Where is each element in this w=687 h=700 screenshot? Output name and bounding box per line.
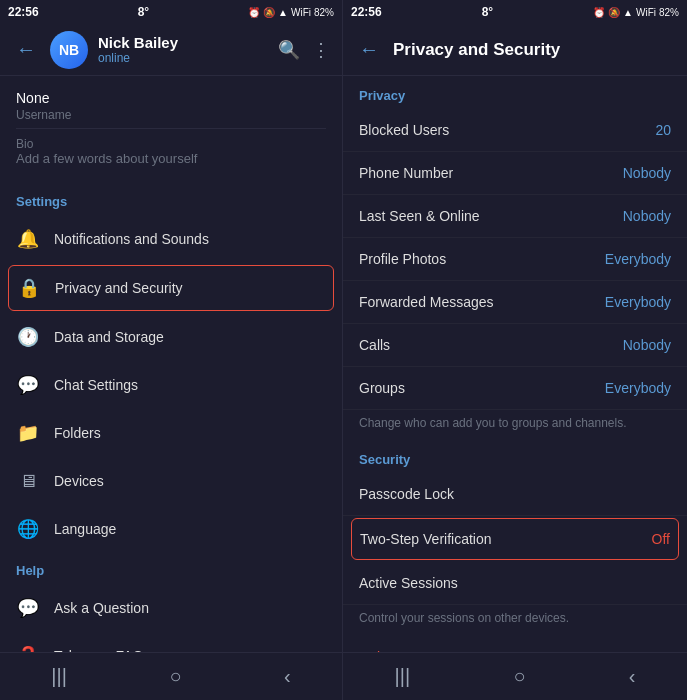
two-step-row[interactable]: Two-Step Verification Off bbox=[351, 518, 679, 560]
two-step-label: Two-Step Verification bbox=[360, 531, 492, 547]
calls-row[interactable]: Calls Nobody bbox=[343, 324, 687, 367]
left-panel: 22:56 8° ⏰ 🔕 ▲ WiFi 82% ← NB Nick Bailey… bbox=[0, 0, 343, 700]
chat-icon: 💬 bbox=[16, 373, 40, 397]
time-right: 22:56 bbox=[351, 5, 382, 19]
bio-field: Bio Add a few words about yourself bbox=[16, 129, 326, 172]
phone-number-label: Phone Number bbox=[359, 165, 453, 181]
phone-number-value: Nobody bbox=[623, 165, 671, 181]
blocked-users-value: 20 bbox=[655, 122, 671, 138]
header-info: Nick Bailey online bbox=[98, 34, 268, 65]
privacy-title: Privacy and Security bbox=[393, 40, 560, 60]
folders-label: Folders bbox=[54, 425, 326, 441]
privacy-section-label: Privacy bbox=[343, 76, 687, 109]
nav-menu-right[interactable]: ||| bbox=[387, 657, 419, 696]
phone-number-row[interactable]: Phone Number Nobody bbox=[343, 152, 687, 195]
status-icons-left: ⏰ 🔕 ▲ WiFi 82% bbox=[248, 7, 334, 18]
nav-home-right[interactable]: ○ bbox=[505, 657, 533, 696]
privacy-content: Privacy Blocked Users 20 Phone Number No… bbox=[343, 76, 687, 652]
menu-item-folders[interactable]: 📁 Folders bbox=[0, 409, 342, 457]
menu-item-chat[interactable]: 💬 Chat Settings bbox=[0, 361, 342, 409]
data-icon: 🕐 bbox=[16, 325, 40, 349]
header-right: ← Privacy and Security bbox=[343, 24, 687, 76]
chat-label: Chat Settings bbox=[54, 377, 326, 393]
temp-right: 8° bbox=[482, 5, 493, 19]
wifi-icon: WiFi bbox=[291, 7, 311, 18]
forwarded-messages-label: Forwarded Messages bbox=[359, 294, 494, 310]
username-value: None bbox=[16, 90, 326, 106]
bio-label: Bio bbox=[16, 137, 326, 151]
blocked-users-label: Blocked Users bbox=[359, 122, 449, 138]
username-label: Username bbox=[16, 108, 326, 122]
wifi-icon-right: WiFi bbox=[636, 7, 656, 18]
username-field: None Username bbox=[16, 84, 326, 129]
privacy-label: Privacy and Security bbox=[55, 280, 325, 296]
last-seen-label: Last Seen & Online bbox=[359, 208, 480, 224]
active-sessions-label: Active Sessions bbox=[359, 575, 458, 591]
profile-photos-label: Profile Photos bbox=[359, 251, 446, 267]
nav-home-left[interactable]: ○ bbox=[161, 657, 189, 696]
calls-label: Calls bbox=[359, 337, 390, 353]
header-actions: 🔍 ⋮ bbox=[278, 39, 330, 61]
menu-item-data[interactable]: 🕐 Data and Storage bbox=[0, 313, 342, 361]
nav-back-left[interactable]: ‹ bbox=[276, 657, 299, 696]
security-section-label: Security bbox=[343, 440, 687, 473]
profile-photos-value: Everybody bbox=[605, 251, 671, 267]
last-seen-value: Nobody bbox=[623, 208, 671, 224]
calls-value: Nobody bbox=[623, 337, 671, 353]
bottom-nav-right: ||| ○ ‹ bbox=[343, 652, 687, 700]
search-icon[interactable]: 🔍 bbox=[278, 39, 300, 61]
menu-item-privacy[interactable]: 🔒 Privacy and Security bbox=[8, 265, 334, 311]
devices-icon: 🖥 bbox=[16, 469, 40, 493]
header-left: ← NB Nick Bailey online 🔍 ⋮ bbox=[0, 24, 342, 76]
faq-icon: ❓ bbox=[16, 644, 40, 652]
passcode-lock-label: Passcode Lock bbox=[359, 486, 454, 502]
groups-value: Everybody bbox=[605, 380, 671, 396]
blocked-users-row[interactable]: Blocked Users 20 bbox=[343, 109, 687, 152]
notifications-label: Notifications and Sounds bbox=[54, 231, 326, 247]
passcode-lock-row[interactable]: Passcode Lock bbox=[343, 473, 687, 516]
profile-section: None Username Bio Add a few words about … bbox=[0, 76, 342, 176]
settings-header: Settings bbox=[0, 184, 342, 215]
menu-item-ask[interactable]: 💬 Ask a Question bbox=[0, 584, 342, 632]
notifications-icon: 🔔 bbox=[16, 227, 40, 251]
status-icons-right: ⏰ 🔕 ▲ WiFi 82% bbox=[593, 7, 679, 18]
two-step-value: Off bbox=[652, 531, 670, 547]
signal-icon-right: ▲ bbox=[623, 7, 633, 18]
ask-label: Ask a Question bbox=[54, 600, 326, 616]
back-button-right[interactable]: ← bbox=[355, 34, 383, 65]
right-panel: 22:56 8° ⏰ 🔕 ▲ WiFi 82% ← Privacy and Se… bbox=[343, 0, 687, 700]
groups-row[interactable]: Groups Everybody bbox=[343, 367, 687, 410]
alarm-icon-right: ⏰ bbox=[593, 7, 605, 18]
profile-photos-row[interactable]: Profile Photos Everybody bbox=[343, 238, 687, 281]
user-name: Nick Bailey bbox=[98, 34, 268, 51]
menu-item-language[interactable]: 🌐 Language bbox=[0, 505, 342, 553]
language-label: Language bbox=[54, 521, 326, 537]
privacy-icon: 🔒 bbox=[17, 276, 41, 300]
groups-label: Groups bbox=[359, 380, 405, 396]
settings-section: Settings 🔔 Notifications and Sounds 🔒 Pr… bbox=[0, 176, 342, 652]
bio-placeholder: Add a few words about yourself bbox=[16, 151, 326, 166]
forwarded-messages-value: Everybody bbox=[605, 294, 671, 310]
folders-icon: 📁 bbox=[16, 421, 40, 445]
battery-left: 82% bbox=[314, 7, 334, 18]
menu-item-devices[interactable]: 🖥 Devices bbox=[0, 457, 342, 505]
sessions-note: Control your sessions on other devices. bbox=[343, 605, 687, 635]
more-icon[interactable]: ⋮ bbox=[312, 39, 330, 61]
status-bar-right: 22:56 8° ⏰ 🔕 ▲ WiFi 82% bbox=[343, 0, 687, 24]
active-sessions-row[interactable]: Active Sessions bbox=[343, 562, 687, 605]
last-seen-row[interactable]: Last Seen & Online Nobody bbox=[343, 195, 687, 238]
language-icon: 🌐 bbox=[16, 517, 40, 541]
bottom-nav-left: ||| ○ ‹ bbox=[0, 652, 342, 700]
groups-note: Change who can add you to groups and cha… bbox=[343, 410, 687, 440]
nav-back-right[interactable]: ‹ bbox=[621, 657, 644, 696]
temp-left: 8° bbox=[138, 5, 149, 19]
menu-item-faq[interactable]: ❓ Telegram FAQ bbox=[0, 632, 342, 652]
forwarded-messages-row[interactable]: Forwarded Messages Everybody bbox=[343, 281, 687, 324]
delete-account-row[interactable]: Delete my account bbox=[343, 635, 687, 652]
status-bar-left: 22:56 8° ⏰ 🔕 ▲ WiFi 82% bbox=[0, 0, 342, 24]
back-button-left[interactable]: ← bbox=[12, 34, 40, 65]
menu-item-notifications[interactable]: 🔔 Notifications and Sounds bbox=[0, 215, 342, 263]
avatar[interactable]: NB bbox=[50, 31, 88, 69]
nav-menu-left[interactable]: ||| bbox=[43, 657, 75, 696]
alarm-icon: ⏰ bbox=[248, 7, 260, 18]
